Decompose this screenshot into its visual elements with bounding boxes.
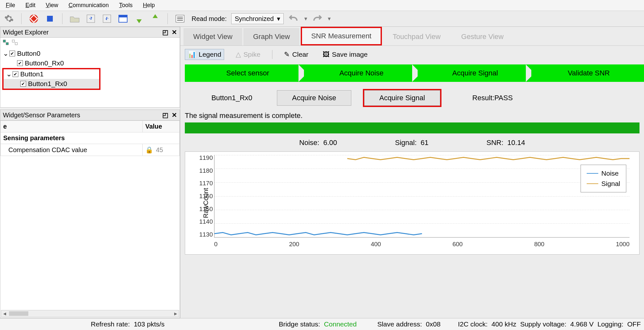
- tab-gesture-view[interactable]: Gesture View: [451, 28, 513, 45]
- signal-label: Signal:: [395, 139, 417, 147]
- tree-item-button1-rx0[interactable]: ✔ Button1_Rx0: [4, 79, 99, 89]
- window-icon[interactable]: [117, 13, 129, 24]
- svg-rect-11: [3, 40, 5, 42]
- slave-value: 0x08: [426, 320, 441, 328]
- tree-item-label: Button1_Rx0: [28, 80, 67, 88]
- tab-widget-view[interactable]: Widget View: [184, 28, 242, 45]
- disconnect-icon[interactable]: [28, 13, 40, 24]
- snr-sub-toolbar: 📊Legend △Spike ✎Clear 🖼Save image: [180, 45, 644, 63]
- tree-item-button0[interactable]: ⌄ ✔ Button0: [0, 49, 180, 58]
- param-value-locked: 🔒45: [145, 146, 177, 154]
- clear-label: Clear: [292, 51, 308, 58]
- import-arrow-icon[interactable]: [133, 13, 145, 24]
- snr-value: 10.14: [507, 139, 525, 147]
- legend-toggle[interactable]: 📊Legend: [185, 49, 224, 60]
- signal-value: 61: [421, 139, 428, 147]
- acquire-signal-button[interactable]: Acquire Signal: [364, 90, 440, 106]
- refresh-value: 103 pkts/s: [134, 320, 165, 328]
- stop-icon[interactable]: [44, 13, 56, 24]
- param-section: Sensing parameters: [1, 132, 180, 144]
- spike-toggle[interactable]: △Spike: [233, 49, 263, 60]
- tab-snr-measurement[interactable]: SNR Measurement: [301, 27, 382, 45]
- redo-icon[interactable]: [312, 13, 323, 24]
- step-breadcrumbs: Select sensor Acquire Noise Acquire Sign…: [185, 64, 639, 82]
- widget-explorer-title: Widget Explorer: [3, 29, 49, 36]
- legend-noise: Noise: [601, 170, 619, 177]
- slave-label: Slave address:: [377, 320, 422, 328]
- snr-label: SNR:: [487, 139, 504, 147]
- noise-series: [214, 232, 422, 235]
- chevron-down-icon[interactable]: ⌄: [3, 50, 7, 57]
- supply-value: 4.968 V: [570, 320, 593, 328]
- chart-legend: Noise Signal: [581, 165, 626, 192]
- param-row-name: Compensation CDAC value: [1, 144, 143, 156]
- step-select-sensor: Select sensor: [185, 64, 304, 82]
- tree-item-label: Button0_Rx0: [25, 59, 64, 67]
- col-name[interactable]: e: [1, 121, 143, 132]
- checkbox[interactable]: ✔: [9, 51, 15, 56]
- step-acquire-noise: Acquire Noise: [298, 64, 418, 82]
- clear-button[interactable]: ✎Clear: [281, 49, 311, 60]
- col-value[interactable]: Value: [143, 121, 180, 132]
- snr-chart: RawCount 1190118011701160115011401130 02…: [185, 151, 639, 255]
- export-arrow-icon[interactable]: [149, 13, 161, 24]
- horizontal-scrollbar[interactable]: ◂▸: [1, 310, 179, 317]
- menu-communication[interactable]: Communication: [65, 1, 112, 10]
- list-view-icon[interactable]: [174, 13, 186, 24]
- legend-icon: 📊: [188, 51, 196, 58]
- snr-metrics: Noise: 6.00 Signal: 61 SNR: 10.14: [180, 139, 644, 151]
- download-icon[interactable]: [85, 13, 97, 24]
- params-title-bar: Widget/Sensor Parameters ◰✕: [0, 110, 180, 121]
- svg-rect-6: [119, 15, 127, 17]
- lock-icon: 🔒: [145, 146, 153, 154]
- undock-icon[interactable]: ◰: [162, 28, 168, 36]
- svg-point-0: [30, 15, 38, 23]
- spike-icon: △: [236, 51, 241, 58]
- refresh-label: Refresh rate:: [91, 320, 130, 328]
- open-folder-icon[interactable]: [69, 13, 80, 24]
- menu-tools[interactable]: Tools: [116, 1, 136, 10]
- tab-touchpad-view[interactable]: Touchpad View: [383, 28, 450, 45]
- i2c-label: I2C clock:: [458, 320, 488, 328]
- checkbox[interactable]: ✔: [17, 60, 23, 66]
- tree-item-button1[interactable]: ⌄ ✔ Button1: [4, 69, 99, 79]
- tree-item-label: Button1: [20, 70, 43, 78]
- save-image-button[interactable]: 🖼Save image: [320, 49, 370, 60]
- checkbox[interactable]: ✔: [13, 71, 18, 77]
- menu-help[interactable]: Help: [140, 1, 158, 10]
- collapse-all-icon[interactable]: [12, 40, 18, 45]
- tab-graph-view[interactable]: Graph View: [243, 28, 300, 45]
- read-mode-combo[interactable]: Synchronized▾: [231, 13, 284, 24]
- menu-bar: File Edit View Communication Tools Help: [0, 0, 644, 11]
- tree-item-label: Button0: [17, 50, 40, 57]
- signal-series: [347, 157, 630, 160]
- svg-rect-2: [47, 16, 53, 22]
- explorer-toolbar: [0, 38, 180, 47]
- params-table: e Value Sensing parameters Compensation …: [0, 121, 180, 156]
- upload-icon[interactable]: [101, 13, 113, 24]
- read-mode-value: Synchronized: [235, 15, 274, 23]
- menu-edit[interactable]: Edit: [22, 1, 39, 10]
- logging-value: OFF: [627, 320, 641, 328]
- close-icon[interactable]: ✕: [172, 28, 177, 36]
- undo-icon[interactable]: [288, 13, 300, 24]
- status-message: The signal measurement is complete.: [180, 112, 644, 122]
- chevron-down-icon[interactable]: ⌄: [6, 70, 11, 78]
- undock-icon[interactable]: ◰: [162, 111, 168, 119]
- chart-x-ticks: 02004006008001000: [214, 241, 630, 248]
- tree-item-button0-rx0[interactable]: ✔ Button0_Rx0: [0, 58, 180, 68]
- chevron-down-icon: ▾: [277, 15, 280, 23]
- checkbox[interactable]: ✔: [20, 81, 26, 87]
- svg-rect-14: [15, 43, 17, 45]
- menu-view[interactable]: View: [43, 1, 62, 10]
- acquire-noise-button[interactable]: Acquire Noise: [277, 90, 351, 106]
- save-label: Save image: [332, 51, 368, 58]
- expand-all-icon[interactable]: [3, 40, 9, 45]
- legend-label: Legend: [199, 51, 221, 58]
- menu-file[interactable]: File: [3, 1, 18, 10]
- close-icon[interactable]: ✕: [172, 111, 177, 119]
- legend-signal: Signal: [601, 180, 620, 188]
- selected-sensor-label: Button1_Rx0: [200, 94, 264, 102]
- settings-gear-icon[interactable]: [3, 13, 15, 24]
- progress-bar: [185, 122, 639, 133]
